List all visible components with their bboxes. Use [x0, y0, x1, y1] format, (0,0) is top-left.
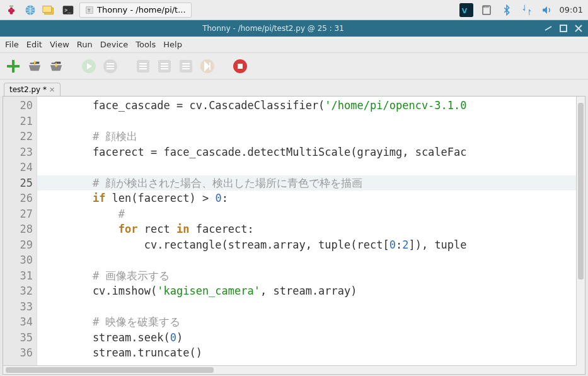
resume-button[interactable] — [199, 58, 216, 74]
window-maximize-button[interactable] — [558, 23, 569, 34]
line-number: 36 — [4, 345, 33, 361]
code-line[interactable] — [41, 160, 581, 175]
code-line[interactable]: # 顔検出 — [41, 129, 581, 144]
toolbar — [0, 53, 588, 79]
taskbar-task-thonny[interactable]: T Thonny - /home/pi/t... — [79, 3, 192, 18]
line-number: 34 — [4, 314, 33, 330]
line-number: 26 — [4, 191, 33, 206]
code-line[interactable]: # 画像表示する — [41, 268, 581, 284]
tab-label: test2.py * — [9, 85, 47, 94]
line-number: 22 — [4, 129, 33, 144]
terminal-icon[interactable]: >_ — [61, 3, 76, 18]
code-content[interactable]: face_cascade = cv.CascadeClassifier('/ho… — [37, 97, 585, 374]
menu-edit[interactable]: Edit — [26, 40, 42, 49]
line-number: 25 — [4, 175, 33, 191]
debug-button[interactable] — [102, 58, 118, 74]
line-number-gutter: 2021222324252627282930313233343536 — [3, 97, 37, 374]
window-title: Thonny - /home/pi/test2.py @ 25 : 31 — [4, 24, 543, 33]
menu-run[interactable]: Run — [77, 40, 93, 49]
code-line[interactable]: # 映像を破棄する — [41, 314, 581, 330]
code-line[interactable] — [41, 252, 581, 268]
menu-file[interactable]: File — [5, 40, 19, 49]
open-file-button[interactable] — [26, 58, 43, 74]
save-file-button[interactable] — [48, 58, 64, 74]
menu-device[interactable]: Device — [100, 40, 128, 49]
scroll-corner — [576, 365, 585, 374]
line-number: 21 — [4, 114, 33, 129]
line-number: 33 — [4, 299, 33, 315]
code-line[interactable]: # — [41, 206, 581, 222]
network-icon[interactable] — [519, 3, 534, 18]
code-line[interactable]: stream.seek(0) — [41, 330, 581, 346]
line-number: 32 — [4, 283, 33, 299]
line-number: 29 — [4, 237, 33, 253]
run-button[interactable] — [81, 58, 97, 74]
step-over-button[interactable] — [135, 58, 151, 74]
svg-rect-6 — [43, 6, 52, 12]
code-line[interactable]: cv.imshow('kagisen_camera', stream.array… — [41, 283, 581, 299]
line-number: 20 — [4, 98, 33, 114]
tab-test2[interactable]: test2.py * ✕ — [4, 83, 61, 96]
menubar: File Edit View Run Device Tools Help — [0, 37, 588, 53]
tabstrip: test2.py * ✕ — [0, 79, 588, 96]
new-file-button[interactable] — [5, 58, 21, 74]
code-line[interactable]: stream.truncate() — [41, 345, 581, 361]
code-editor[interactable]: 2021222324252627282930313233343536 face_… — [3, 96, 585, 375]
volume-icon[interactable] — [539, 3, 555, 18]
line-number: 23 — [4, 144, 33, 160]
svg-text:>_: >_ — [64, 7, 71, 13]
svg-rect-16 — [7, 65, 20, 68]
taskbar-clock[interactable]: 09:01 — [560, 5, 583, 15]
svg-text:V: V — [461, 6, 467, 15]
svg-text:T: T — [87, 8, 91, 13]
horizontal-scrollbar[interactable] — [3, 365, 576, 374]
window-close-button[interactable] — [573, 23, 584, 34]
taskbar-task-label: Thonny - /home/pi/t... — [97, 5, 186, 15]
window-minimize-button[interactable] — [543, 23, 554, 34]
menu-help[interactable]: Help — [163, 40, 182, 49]
line-number: 30 — [4, 252, 33, 268]
bluetooth-icon[interactable] — [499, 3, 514, 18]
tab-close-button[interactable]: ✕ — [49, 86, 55, 94]
window-titlebar: Thonny - /home/pi/test2.py @ 25 : 31 — [0, 20, 588, 37]
web-browser-icon[interactable] — [23, 3, 38, 18]
svg-point-2 — [10, 11, 13, 14]
line-number: 27 — [4, 206, 33, 222]
svg-rect-24 — [238, 64, 243, 69]
code-line[interactable]: if len(facerect) > 0: — [41, 191, 581, 206]
vnc-icon[interactable]: V — [459, 3, 474, 18]
step-into-button[interactable] — [156, 58, 173, 74]
menu-view[interactable]: View — [50, 40, 69, 49]
code-line[interactable] — [41, 299, 581, 315]
code-line[interactable]: for rect in facerect: — [41, 221, 581, 237]
code-line[interactable]: face_cascade = cv.CascadeClassifier('/ho… — [41, 98, 581, 114]
system-taskbar: >_ T Thonny - /home/pi/t... V 09:01 — [0, 0, 588, 20]
file-manager-icon[interactable] — [42, 3, 57, 18]
line-number: 35 — [4, 330, 33, 346]
stop-button[interactable] — [232, 58, 248, 74]
raspberry-menu-icon[interactable] — [4, 3, 19, 18]
step-out-button[interactable] — [178, 58, 194, 74]
line-number: 28 — [4, 221, 33, 237]
menu-tools[interactable]: Tools — [135, 40, 156, 49]
sd-card-icon[interactable] — [479, 3, 494, 18]
svg-rect-14 — [560, 25, 567, 32]
line-number: 24 — [4, 160, 33, 175]
code-line[interactable]: # 顔が検出された場合、検出した場所に青色で枠を描画 — [41, 175, 581, 191]
code-line[interactable]: cv.rectangle(stream.array, tuple(rect[0:… — [41, 237, 581, 253]
line-number: 31 — [4, 268, 33, 284]
code-line[interactable]: facerect = face_cascade.detectMultiScale… — [41, 144, 581, 160]
code-line[interactable] — [41, 114, 581, 129]
svg-point-3 — [10, 7, 13, 9]
horizontal-scrollbar-thumb[interactable] — [6, 367, 214, 373]
